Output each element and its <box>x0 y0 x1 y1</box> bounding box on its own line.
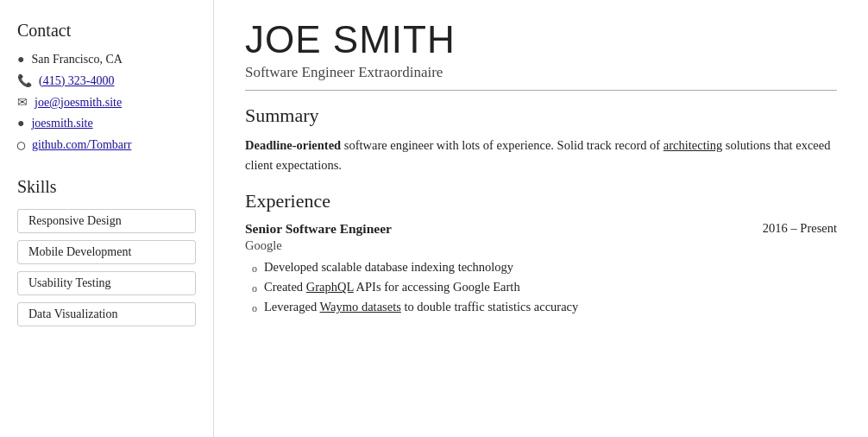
bullet-2: o Leveraged Waymo datasets to double tra… <box>252 300 837 315</box>
bullet-icon-1: o <box>252 282 257 295</box>
contact-github[interactable]: ◯ github.com/Tombarr <box>17 137 196 153</box>
contact-heading: Contact <box>17 21 196 41</box>
globe-icon: ● <box>17 117 24 130</box>
contact-email[interactable]: ✉ joe@joesmith.site <box>17 95 196 110</box>
bullet-text-2: Leveraged Waymo datasets to double traff… <box>264 300 578 314</box>
bullet-icon-0: o <box>252 263 257 276</box>
location-icon: ● <box>17 53 24 66</box>
skill-item-1: Mobile Development <box>17 240 196 264</box>
github-icon: ◯ <box>17 137 25 153</box>
job-header-0: Senior Software Engineer 2016 – Present <box>245 221 837 237</box>
job-dates-0: 2016 – Present <box>763 221 837 236</box>
job-company-0: Google <box>245 238 837 253</box>
bullet-1: o Created GraphQL APIs for accessing Goo… <box>252 280 837 295</box>
job-bullets-0: o Developed scalable database indexing t… <box>245 260 837 315</box>
summary-heading: Summary <box>245 104 837 127</box>
contact-location: ● San Francisco, CA <box>17 53 196 66</box>
email-link[interactable]: joe@joesmith.site <box>35 96 122 110</box>
email-icon: ✉ <box>17 95 28 110</box>
waymo-link: Waymo datasets <box>320 300 401 314</box>
bullet-text-1: Created GraphQL APIs for accessing Googl… <box>264 280 520 294</box>
skills-list: Responsive Design Mobile Development Usa… <box>17 209 196 333</box>
main-content: JOE SMITH Software Engineer Extraordinai… <box>214 0 868 437</box>
website-link[interactable]: joesmith.site <box>31 117 92 130</box>
skill-item-0: Responsive Design <box>17 209 196 233</box>
contact-phone[interactable]: 📞 (415) 323-4000 <box>17 73 196 88</box>
resume-name: JOE SMITH <box>245 19 837 60</box>
skill-item-2: Usability Testing <box>17 271 196 295</box>
github-link[interactable]: github.com/Tombarr <box>32 138 131 152</box>
name-divider <box>245 90 837 91</box>
summary-bold: Deadline-oriented <box>245 138 341 152</box>
contact-list: ● San Francisco, CA 📞 (415) 323-4000 ✉ j… <box>17 53 196 153</box>
contact-website[interactable]: ● joesmith.site <box>17 117 196 130</box>
phone-icon: 📞 <box>17 73 32 88</box>
location-text: San Francisco, CA <box>31 53 122 66</box>
sidebar: Contact ● San Francisco, CA 📞 (415) 323-… <box>0 0 214 437</box>
job-entry-0: Senior Software Engineer 2016 – Present … <box>245 221 837 315</box>
resume-subtitle: Software Engineer Extraordinaire <box>245 64 837 81</box>
job-title-0: Senior Software Engineer <box>245 221 392 237</box>
phone-link[interactable]: (415) 323-4000 <box>39 74 115 88</box>
bullet-0: o Developed scalable database indexing t… <box>252 260 837 276</box>
summary-underline-word: architecting <box>664 138 722 152</box>
graphql-link: GraphQL <box>306 280 354 294</box>
experience-heading: Experience <box>245 190 837 212</box>
bullet-text-0: Developed scalable database indexing tec… <box>264 260 513 275</box>
skills-heading: Skills <box>17 177 196 197</box>
summary-text: Deadline-oriented software engineer with… <box>245 136 837 174</box>
bullet-icon-2: o <box>252 302 257 315</box>
skills-section: Skills Responsive Design Mobile Developm… <box>17 177 196 333</box>
skill-item-3: Data Visualization <box>17 302 196 326</box>
